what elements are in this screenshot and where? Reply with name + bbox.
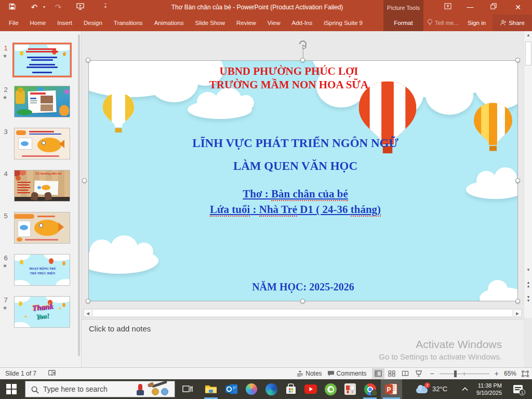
file-explorer-icon [205, 384, 217, 394]
copilot-icon [246, 383, 257, 395]
ribbon-display-icon [444, 3, 451, 9]
coccoc-browser-button[interactable] [321, 379, 340, 399]
sign-in-button[interactable]: Sign in [468, 15, 486, 31]
slide-canvas-picture[interactable]: UBND PHƯỜNG PHÚC LỢI TRƯỜNG MẦM NON HOA … [88, 60, 518, 301]
task-view-button[interactable] [178, 379, 197, 399]
resize-handle-bottom-right[interactable] [515, 299, 520, 303]
slide-age-line: Lứa tuổi : Nhà Trẻ D1 ( 24-36 tháng) [89, 203, 517, 216]
chrome-icon [364, 383, 376, 395]
resize-handle-top-right[interactable] [515, 58, 520, 62]
save-icon [9, 3, 16, 10]
windows-taskbar: Type here to search [0, 379, 532, 399]
zoom-slider[interactable] [440, 368, 489, 379]
resize-handle-middle-right[interactable] [515, 178, 520, 183]
slide-thumbnail-3[interactable] [14, 128, 70, 159]
ribbon-display-options-button[interactable] [439, 0, 457, 15]
resize-handle-top-center[interactable] [300, 58, 305, 62]
powerpoint-taskbar-button[interactable]: P [381, 379, 402, 399]
scroll-right-button[interactable]: ▶ [513, 309, 522, 317]
game-app-button[interactable] [340, 379, 360, 399]
zoom-out-button[interactable]: − [430, 369, 434, 378]
microsoft-store-button[interactable] [281, 379, 301, 399]
clock-tray[interactable]: 11:38 PM 9/10/2025 [466, 382, 502, 396]
tab-home[interactable]: Home [24, 15, 52, 31]
tab-slide-show[interactable]: Slide Show [190, 15, 231, 31]
slide-thumbnail-4[interactable]: Cô hướng dẫn trẻ [14, 170, 70, 202]
animation-star-icon: ★ [3, 53, 7, 59]
notes-placeholder[interactable]: Click to add notes [89, 324, 151, 333]
horizontal-scrollbar-thumb[interactable] [92, 309, 513, 317]
copilot-button[interactable] [242, 379, 261, 399]
normal-view-button[interactable] [372, 368, 384, 379]
restore-button[interactable] [485, 0, 502, 15]
comments-toggle-button[interactable]: Comments [327, 370, 367, 377]
vertical-scrollbar[interactable]: ▲ ▼ ▲▲ ▼▼ [524, 31, 532, 318]
notes-toggle-button[interactable]: Notes [297, 370, 322, 377]
chrome-profile-badge [371, 390, 378, 396]
zoom-slider-thumb[interactable] [454, 370, 457, 377]
tab-animations[interactable]: Animations [149, 15, 190, 31]
edge-icon [265, 383, 277, 395]
start-from-beginning-button[interactable] [74, 0, 86, 15]
next-slide-button[interactable]: ▼▼ [524, 295, 532, 302]
resize-handle-middle-left[interactable] [82, 178, 87, 183]
slide-thumbnail-6[interactable]: HOẠT ĐỘNG TRẺ TRẺ THỰC HIỆN [14, 254, 70, 286]
rotation-handle[interactable] [297, 38, 309, 50]
resize-handle-top-left[interactable] [86, 58, 90, 62]
edge-button[interactable] [261, 379, 281, 399]
weather-tray-icon[interactable]: 2 [412, 379, 432, 399]
horizontal-scrollbar[interactable]: ◀ ▶ [83, 309, 522, 317]
undo-dropdown[interactable]: ▾ [42, 0, 47, 15]
zoom-in-button[interactable]: + [495, 369, 499, 378]
save-button[interactable] [7, 0, 17, 15]
action-center-button[interactable]: 1 [508, 379, 528, 399]
blue-powder-icon [161, 388, 168, 395]
tab-add-ins[interactable]: Add-Ins [286, 15, 318, 31]
fit-to-window-button[interactable] [522, 370, 529, 377]
tab-view[interactable]: View [262, 15, 286, 31]
redo-button[interactable]: ↷ [53, 0, 63, 15]
reading-view-icon [402, 370, 409, 377]
tab-file[interactable]: File [3, 15, 24, 31]
previous-slide-button[interactable]: ▲▲ [524, 281, 532, 288]
customize-qat-button[interactable]: ▾ [102, 0, 109, 15]
start-button[interactable] [6, 384, 17, 395]
outlook-button[interactable] [222, 379, 242, 399]
thumbnail-panel-scrollbar[interactable] [78, 34, 80, 356]
scroll-down-button[interactable]: ▼ [524, 266, 532, 274]
scroll-up-button[interactable]: ▲ [524, 31, 532, 39]
tab-design[interactable]: Design [78, 15, 108, 31]
tab-format[interactable]: Format [383, 15, 423, 31]
tell-me-box[interactable]: Tell me... [427, 15, 459, 31]
tab-ispring-suite[interactable]: iSpring Suite 9 [318, 15, 368, 31]
powerpoint-window: ↶ ▾ ↷ ▾ Thơ Bàn chân của bé - PowerPoint… [0, 0, 532, 399]
slide-show-button[interactable] [413, 368, 425, 379]
close-button[interactable]: ✕ [509, 0, 527, 15]
slide-thumbnail-2[interactable] [14, 86, 70, 117]
temperature-display[interactable]: 32°C [432, 379, 447, 399]
tab-transitions[interactable]: Transitions [108, 15, 149, 31]
vertical-scrollbar-thumb[interactable] [525, 42, 531, 65]
resize-handle-bottom-center[interactable] [300, 299, 305, 303]
slide-thumbnail-7[interactable]: Thank You! ★ ★ [14, 296, 70, 328]
chrome-button[interactable] [360, 379, 380, 399]
scroll-left-button[interactable]: ◀ [84, 309, 92, 317]
minimize-button[interactable]: — [461, 0, 479, 15]
youtube-button[interactable] [301, 379, 321, 399]
taskbar-search-box[interactable]: Type here to search [25, 381, 175, 397]
zoom-level[interactable]: 65% [504, 370, 516, 377]
file-explorer-button[interactable] [201, 379, 221, 399]
makeup-brush-icon [152, 380, 167, 388]
undo-button[interactable]: ↶ [29, 0, 39, 15]
slide-thumbnail-1[interactable] [14, 44, 70, 76]
resize-handle-bottom-left[interactable] [86, 299, 90, 303]
tab-review[interactable]: Review [231, 15, 262, 31]
tab-insert[interactable]: Insert [51, 15, 78, 31]
reading-view-button[interactable] [399, 368, 411, 379]
spell-check-button[interactable] [48, 369, 56, 379]
slide-sorter-icon [388, 370, 395, 377]
share-button[interactable]: Share [493, 15, 532, 31]
slide-thumbnail-5[interactable] [14, 212, 70, 244]
slide-sorter-view-button[interactable] [385, 368, 398, 379]
outlook-icon [225, 383, 238, 395]
